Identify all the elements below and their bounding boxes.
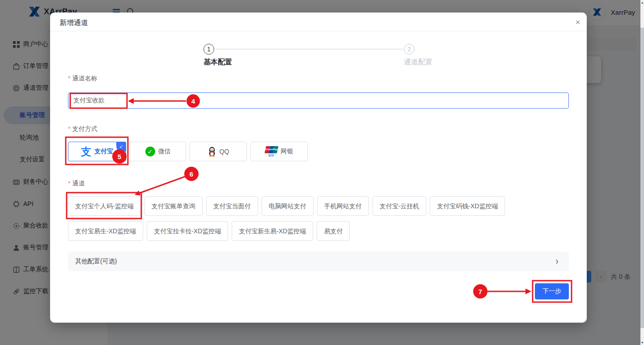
step-1-circle: 1 (203, 44, 214, 55)
next-step-button[interactable]: 下一步 (535, 283, 569, 299)
modal-title: 新增通道 (59, 18, 88, 28)
scrollbar-thumb[interactable] (640, 28, 644, 328)
close-icon[interactable]: × (572, 17, 583, 28)
channel-option[interactable]: 支付宝拉卡拉-XD监控端 (147, 221, 228, 241)
pay-method-options: 支 支付宝 ✓ ✓ 微信 QQ UnionPay (68, 142, 308, 161)
unionpay-icon: UnionPay 银联 (265, 146, 278, 157)
channel-name-label: *通道名称 (68, 75, 97, 83)
channel-label: *通道 (68, 180, 85, 188)
selected-check-icon: ✓ (116, 142, 126, 151)
wechat-icon: ✓ (145, 147, 155, 156)
other-config-label: 其他配置(可选) (75, 257, 117, 265)
step-1-label: 基本配置 (203, 58, 232, 67)
chevron-right-icon: › (556, 256, 558, 267)
channel-option[interactable]: 支付宝码钱-XD监控端 (430, 196, 505, 216)
alipay-icon: 支 (81, 145, 91, 159)
channel-options: 支付宝个人码-监控端 支付宝账单查询 支付宝当面付 电脑网站支付 手机网站支付 … (68, 196, 573, 241)
pay-option-netbank[interactable]: UnionPay 银联 网银 (250, 142, 308, 161)
channel-option[interactable]: 支付宝易生-XD监控端 (68, 221, 143, 241)
qq-icon (208, 147, 216, 157)
scrollbar[interactable]: ▲ ▼ (640, 0, 644, 345)
scroll-down-icon[interactable]: ▼ (640, 341, 644, 344)
pay-option-alipay[interactable]: 支 支付宝 ✓ (68, 142, 126, 161)
channel-option[interactable]: 手机网站支付 (317, 196, 369, 216)
channel-option[interactable]: 电脑网站支付 (262, 196, 314, 216)
channel-option[interactable]: 易支付 (317, 221, 350, 241)
channel-name-input[interactable] (68, 93, 569, 109)
channel-option[interactable]: 支付宝新生易-XD监控端 (232, 221, 313, 241)
pay-option-qq[interactable]: QQ (190, 142, 247, 161)
pay-method-label: *支付方式 (68, 125, 97, 133)
channel-option[interactable]: 支付宝个人码-监控端 (68, 196, 141, 216)
pay-option-label: 支付宝 (94, 147, 113, 156)
step-connector-line (216, 49, 403, 50)
step-2-label: 通道配置 (404, 58, 432, 67)
step-2-circle: 2 (404, 44, 415, 55)
pay-option-label: 网银 (281, 147, 293, 156)
scroll-up-icon[interactable]: ▲ (640, 1, 644, 4)
channel-option[interactable]: 支付宝-云挂机 (373, 196, 427, 216)
other-config-expander[interactable]: 其他配置(可选) › (68, 252, 569, 271)
modal-divider (50, 31, 587, 31)
add-channel-modal: 新增通道 × 1 2 基本配置 通道配置 *通道名称 *支付方式 支 支付宝 ✓… (50, 13, 587, 323)
pay-option-wechat[interactable]: ✓ 微信 (130, 142, 186, 161)
pay-option-label: QQ (220, 148, 229, 155)
channel-option[interactable]: 支付宝账单查询 (144, 196, 203, 216)
channel-option[interactable]: 支付宝当面付 (206, 196, 258, 216)
pay-option-label: 微信 (158, 147, 171, 156)
